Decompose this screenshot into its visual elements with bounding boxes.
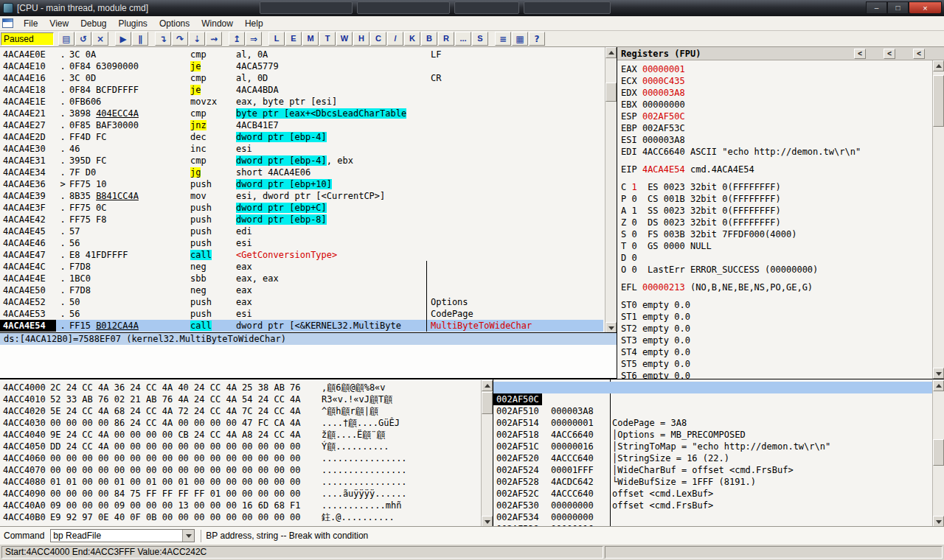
disasm-row[interactable]: 4ACA4E46 . 56 push esi: [0, 237, 603, 249]
registers-prev-button[interactable]: <: [884, 49, 895, 59]
dump-row[interactable]: 4ACC40A0 09 00 00 00 09 00 00 00 13 00 0…: [0, 500, 481, 511]
toolbar-button[interactable]: ×: [92, 32, 108, 46]
toolbar-letter-button[interactable]: C: [370, 32, 386, 46]
register-line[interactable]: ESP 002AF50C: [617, 111, 944, 122]
toolbar-button[interactable]: ?: [529, 32, 545, 46]
stack-row[interactable]: 002AF50C 000003A8 CodePage = 3A8: [493, 382, 933, 393]
disasm-row[interactable]: 4ACA4E34 . 7F D0 jg short 4ACA4E06: [0, 167, 603, 178]
register-line[interactable]: ST4 empty 0.0: [617, 346, 944, 358]
toolbar-letter-button[interactable]: /: [387, 32, 403, 46]
dump-row[interactable]: 4ACC4060 00 00 00 00 00 00 00 00 00 00 0…: [0, 452, 481, 464]
disasm-row[interactable]: 4ACA4E16 . 3C 0D cmp al, 0D CR: [0, 72, 603, 84]
register-line[interactable]: D 0: [617, 252, 944, 264]
disasm-row[interactable]: 4ACA4E31 . 395D FC cmp dword ptr [ebp-4]…: [0, 155, 603, 167]
register-line[interactable]: ST1 empty 0.0: [617, 311, 944, 323]
register-line[interactable]: C 1 ES 0023 32bit 0(FFFFFFFF): [617, 181, 944, 193]
disasm-row[interactable]: 4ACA4E39 . 8B35 B841CC4A mov esi, dword …: [0, 190, 603, 202]
toolbar-button[interactable]: ≡: [495, 32, 511, 46]
command-input[interactable]: [51, 530, 182, 542]
toolbar-letter-button[interactable]: K: [404, 32, 420, 46]
scrollbar-thumb[interactable]: [605, 83, 617, 102]
stack-row[interactable]: 002AF510 00000001 │Options = MB_PRECOMPO…: [493, 393, 933, 405]
stack-row[interactable]: 002AF530 00000000: [493, 488, 933, 500]
disasm-row[interactable]: 4ACA4E53 . 56 push esi CodePage: [0, 308, 603, 320]
stack-row[interactable]: 002AF52C 00000000: [493, 476, 933, 488]
menu-item[interactable]: Plugins: [113, 17, 153, 30]
stack-row[interactable]: 002AF520 00001FFF └WideBufSize = 1FFF (8…: [493, 441, 933, 452]
toolbar-letter-button[interactable]: B: [421, 32, 437, 46]
register-line[interactable]: EFL 00000213 (NO,B,NE,BE,NS,PO,GE,G): [617, 281, 944, 293]
disasm-row[interactable]: 4ACA4E4C . F7D8 neg eax: [0, 261, 603, 273]
toolbar-button[interactable]: ↺: [75, 32, 91, 46]
dump-row[interactable]: 4ACC4090 00 00 00 00 84 75 FF FF FF FF 0…: [0, 488, 481, 500]
registers-scrollbar[interactable]: [932, 60, 944, 379]
close-button[interactable]: ×: [909, 1, 942, 14]
disassembly-scrollbar[interactable]: [605, 47, 617, 333]
disasm-row[interactable]: 4ACA4E3F . FF75 0C push dword ptr [ebp+C…: [0, 202, 603, 214]
register-line[interactable]: ECX 0000C435: [617, 75, 944, 87]
background-window-tab[interactable]: [260, 1, 353, 14]
toolbar-button[interactable]: ▤: [58, 32, 74, 46]
stack-row[interactable]: 002AF524 4ACDC642 offset <cmd.LexBuf>: [493, 452, 933, 464]
disasm-row[interactable]: 4ACA4E1E . 0FB606 movzx eax, byte ptr [e…: [0, 96, 603, 108]
register-line[interactable]: T 0 GS 0000 NULL: [617, 240, 944, 252]
disasm-row[interactable]: 4ACA4E36 > FF75 10 push dword ptr [ebp+1…: [0, 178, 603, 190]
toolbar-button[interactable]: ▦: [512, 32, 528, 46]
disasm-row[interactable]: 4ACA4E54 . FF15 B012CA4A call dword ptr …: [0, 320, 603, 332]
menu-item[interactable]: Options: [153, 17, 195, 30]
disasm-row[interactable]: 4ACA4E52 . 50 push eax Options: [0, 296, 603, 308]
scrollbar-thumb[interactable]: [933, 75, 944, 127]
toolbar-button[interactable]: ∥: [132, 32, 148, 46]
scroll-down-button[interactable]: [933, 516, 944, 526]
minimize-button[interactable]: –: [866, 1, 887, 14]
toolbar-button[interactable]: ↷: [172, 32, 188, 46]
scroll-up-button[interactable]: [605, 47, 617, 58]
combobox-dropdown-button[interactable]: [182, 530, 194, 542]
disasm-row[interactable]: 4ACA4E21 . 3898 404ECC4A cmp byte ptr [e…: [0, 108, 603, 119]
menu-item[interactable]: Help: [239, 17, 269, 30]
register-line[interactable]: Z 0 DS 0023 32bit 0(FFFFFFFF): [617, 217, 944, 228]
stack-scrollbar[interactable]: [932, 380, 944, 526]
toolbar-button[interactable]: ▶: [115, 32, 131, 46]
toolbar-letter-button[interactable]: ...: [455, 32, 471, 46]
register-line[interactable]: ST2 empty 0.0: [617, 323, 944, 335]
stack-row[interactable]: 002AF534 00000016: [493, 500, 933, 511]
toolbar-letter-button[interactable]: W: [336, 32, 353, 46]
register-line[interactable]: ST3 empty 0.0: [617, 335, 944, 346]
disasm-row[interactable]: 4ACA4E10 . 0F84 63090000 je 4ACA5779: [0, 60, 603, 72]
scroll-up-button[interactable]: [933, 60, 944, 71]
disasm-row[interactable]: 4ACA4E18 . 0F84 BCFDFFFF je 4ACA4BDA: [0, 84, 603, 96]
dump-row[interactable]: 4ACC4020 5E 24 CC 4A 68 24 CC 4A 72 24 C…: [0, 405, 481, 417]
dump-row[interactable]: 4ACC4040 9E 24 CC 4A 00 00 00 00 CB 24 C…: [0, 429, 481, 441]
toolbar-letter-button[interactable]: L: [268, 32, 285, 46]
disasm-row[interactable]: 4ACA4E50 . F7D8 neg eax: [0, 284, 603, 296]
toolbar-letter-button[interactable]: H: [353, 32, 369, 46]
registers-prev-button[interactable]: <: [854, 49, 866, 59]
dump-row[interactable]: 4ACC4000 2C 24 CC 4A 36 24 CC 4A 40 24 C…: [0, 382, 481, 393]
scroll-down-button[interactable]: [482, 516, 493, 526]
maximize-button[interactable]: □: [887, 1, 909, 14]
dump-row[interactable]: 4ACC4030 00 00 00 00 86 24 CC 4A 00 00 0…: [0, 417, 481, 429]
scroll-up-button[interactable]: [482, 380, 493, 391]
register-line[interactable]: ST6 empty 0.0: [617, 370, 944, 379]
toolbar-letter-button[interactable]: E: [285, 32, 302, 46]
menu-item[interactable]: Debug: [74, 17, 112, 30]
toolbar-button[interactable]: ↥: [229, 32, 245, 46]
scroll-down-button[interactable]: [933, 368, 944, 379]
scroll-up-button[interactable]: [933, 380, 944, 391]
menu-item[interactable]: View: [44, 17, 74, 30]
disasm-row[interactable]: 4ACA4E30 . 46 inc esi: [0, 143, 603, 155]
register-line[interactable]: EIP 4ACA4E54 cmd.4ACA4E54: [617, 164, 944, 175]
background-window-tab[interactable]: [357, 1, 450, 14]
background-window-tab[interactable]: [524, 1, 611, 14]
toolbar-letter-button[interactable]: R: [438, 32, 454, 46]
dump-row[interactable]: 4ACC4010 52 33 AB 76 02 21 AB 76 4A 24 C…: [0, 393, 481, 405]
register-line[interactable]: ST5 empty 0.0: [617, 358, 944, 370]
menu-item[interactable]: File: [18, 17, 44, 30]
disasm-row[interactable]: 4ACA4E47 . E8 41FDFFFF call <GetConversi…: [0, 249, 603, 261]
stack-row[interactable]: 002AF528 4ACCC640 offset <cmd.FrsBuf>: [493, 464, 933, 476]
register-line[interactable]: ESI 000003A8: [617, 134, 944, 146]
toolbar-letter-button[interactable]: S: [472, 32, 488, 46]
stack-row[interactable]: 002AF514 4ACC6640 │StringToMap = "echo h…: [493, 405, 933, 417]
register-line[interactable]: P 0 CS 001B 32bit 0(FFFFFFFF): [617, 193, 944, 205]
